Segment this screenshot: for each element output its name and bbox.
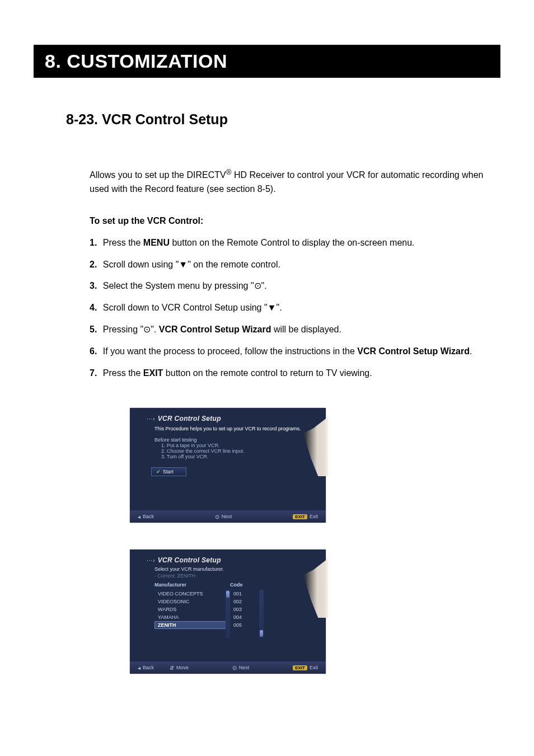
back-arrow-icon: ◂ — [138, 665, 140, 671]
select-icon: ⊙ — [254, 281, 261, 290]
list-item[interactable]: VIDEO CONCEPTS — [154, 590, 230, 598]
list-item[interactable]: 004 — [230, 613, 264, 621]
start-button[interactable]: ✔Start — [151, 467, 186, 476]
screen-description: Select your VCR manufacturer. — [154, 566, 319, 572]
step-1: 1. Press the MENU button on the Remote C… — [90, 236, 484, 250]
breadcrumb-title: VCR Control Setup — [158, 556, 221, 564]
list-item[interactable]: VIDEOSONIC — [154, 598, 230, 605]
breadcrumb: ···›VCR Control Setup — [130, 550, 326, 564]
pretest-step-1: 1. Put a tape in your VCR. — [154, 443, 319, 448]
before-testing-label: Before start testing — [154, 437, 319, 443]
scroll-thumb[interactable] — [226, 591, 229, 598]
exit-action[interactable]: EXITExit — [293, 514, 318, 519]
current-selection-label: - Current: ZENITH — [154, 573, 319, 579]
move-action[interactable]: ⇵Move — [170, 665, 189, 671]
select-icon: ⊙ — [143, 325, 151, 334]
check-icon: ✔ — [156, 469, 161, 475]
footer-bar: ◂Back ⊙Next EXITExit — [130, 510, 326, 523]
breadcrumb: ···›VCR Control Setup — [130, 408, 326, 422]
step-number: 5. — [90, 325, 97, 334]
intro-text-a: Allows you to set up the DIRECTV — [90, 170, 226, 180]
list-item[interactable]: WARDS — [154, 605, 230, 613]
next-action[interactable]: ⊙Next — [232, 665, 250, 671]
step-5: 5. Pressing "⊙". VCR Control Setup Wizar… — [90, 323, 484, 337]
wizard-label: VCR Control Setup Wizard — [357, 346, 470, 356]
step-3: 3. Select the System menu by pressing "⊙… — [90, 279, 484, 293]
step-number: 3. — [90, 281, 97, 290]
list-item[interactable]: 001 — [230, 590, 264, 598]
step-7: 7. Press the EXIT button on the remote c… — [90, 367, 484, 381]
step-number: 1. — [90, 238, 97, 247]
back-action[interactable]: ◂Back — [138, 514, 154, 520]
section-heading: 8-23. VCR Control Setup — [66, 111, 534, 128]
step-number: 7. — [90, 368, 97, 378]
breadcrumb-arrow-icon: ···› — [147, 416, 156, 422]
breadcrumb-title: VCR Control Setup — [158, 415, 221, 422]
list-item-selected[interactable]: ZENITH — [154, 621, 230, 629]
move-icon: ⇵ — [170, 665, 174, 671]
scrollbar[interactable] — [259, 590, 264, 638]
manufacturer-header: Manufacturer — [154, 582, 230, 588]
step-2: 2. Scroll down using "▼" on the remote c… — [90, 258, 484, 272]
next-action[interactable]: ⊙Next — [215, 514, 232, 520]
wizard-label: VCR Control Setup Wizard — [159, 325, 271, 334]
code-header: Code — [230, 582, 264, 588]
vcr-setup-screenshot-1: ···›VCR Control Setup This Procedure hel… — [130, 408, 326, 523]
list-item[interactable]: 005 — [230, 621, 264, 629]
exit-badge: EXIT — [293, 514, 307, 519]
steps-list: 1. Press the MENU button on the Remote C… — [90, 236, 484, 381]
pretest-step-3: 3. Turn off your VCR. — [154, 454, 319, 459]
screen-description: This Procedure helps you to set up your … — [154, 426, 319, 431]
step-number: 4. — [90, 303, 97, 312]
list-item[interactable]: 003 — [230, 605, 264, 613]
start-button-label: Start — [163, 469, 174, 475]
manufacturer-listbox[interactable]: VIDEO CONCEPTS VIDEOSONIC WARDS YAMAHA Z… — [154, 590, 230, 638]
exit-action[interactable]: EXITExit — [293, 665, 318, 670]
select-icon: ⊙ — [215, 514, 219, 520]
list-item[interactable]: 002 — [230, 598, 264, 605]
step-number: 2. — [90, 260, 97, 269]
chapter-title: 8. CUSTOMIZATION — [34, 45, 500, 78]
back-action[interactable]: ◂Back — [138, 665, 154, 671]
step-4: 4. Scroll down to VCR Control Setup usin… — [90, 301, 484, 315]
step-6: 6. If you want the process to proceed, f… — [90, 345, 484, 359]
breadcrumb-arrow-icon: ···› — [147, 557, 156, 564]
registered-mark: ® — [226, 168, 232, 176]
procedure-heading: To set up the VCR Control: — [90, 214, 484, 228]
exit-badge: EXIT — [293, 665, 307, 670]
code-listbox[interactable]: 001 002 003 004 005 — [230, 590, 264, 638]
pretest-step-2: 2. Choose the correct VCR line input. — [154, 448, 319, 454]
down-arrow-icon: ▼ — [268, 303, 277, 312]
back-arrow-icon: ◂ — [138, 514, 140, 520]
list-item[interactable]: YAMAHA — [154, 613, 230, 621]
footer-bar: ◂Back ⇵Move ⊙Next EXITExit — [130, 661, 326, 674]
intro-paragraph: Allows you to set up the DIRECTV® HD Rec… — [90, 167, 484, 196]
step-number: 6. — [90, 346, 97, 356]
select-icon: ⊙ — [232, 665, 237, 671]
menu-label: MENU — [143, 238, 170, 247]
exit-label: EXIT — [143, 368, 163, 378]
down-arrow-icon: ▼ — [179, 260, 188, 269]
vcr-setup-screenshot-2: ···›VCR Control Setup Select your VCR ma… — [130, 550, 326, 674]
scroll-thumb[interactable] — [260, 630, 263, 637]
scrollbar[interactable] — [226, 590, 230, 638]
